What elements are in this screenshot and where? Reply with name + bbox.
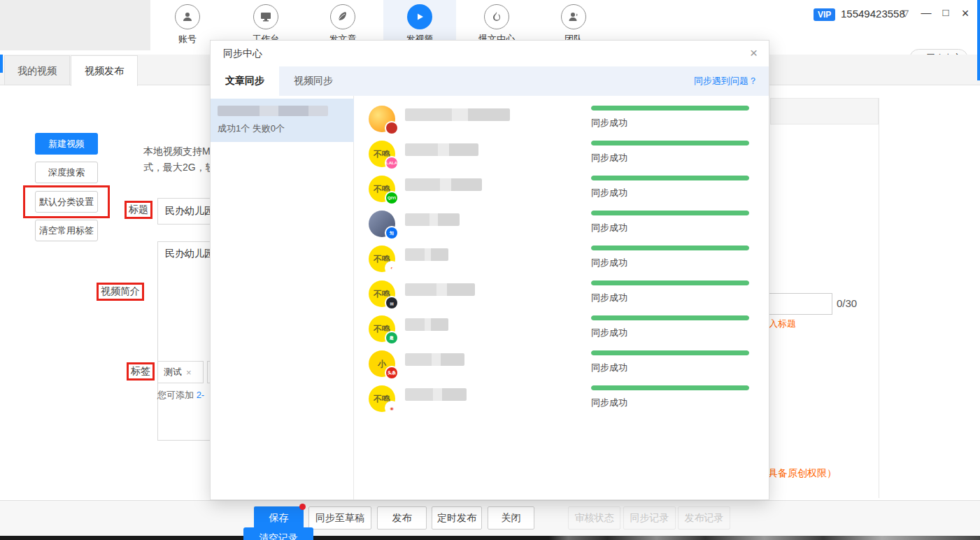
tab-video-publish[interactable]: 视频发布	[71, 55, 138, 86]
account-icon	[175, 4, 200, 29]
avatar-text: 不鸣	[374, 325, 390, 333]
sync-help-link[interactable]: 同步遇到问题？	[694, 66, 758, 96]
redacted-logo-area	[0, 0, 150, 50]
right-panel-divider	[879, 98, 879, 498]
progress-bar	[591, 141, 749, 145]
sync-to-draft-button[interactable]: 同步至草稿	[308, 506, 371, 530]
vip-badge: VIP	[814, 8, 835, 21]
clear-records-button[interactable]: 清空记录	[243, 527, 313, 540]
avatar-text: 不鸣	[374, 150, 390, 158]
tab-my-videos[interactable]: 我的视频	[4, 55, 70, 85]
redacted-account-name	[405, 143, 478, 156]
platform-badge-icon: ◐	[386, 262, 397, 273]
progress-bar	[591, 106, 749, 111]
sync-task-list-panel: 成功1个 失败0个 清空记录	[211, 96, 354, 499]
publish-records-button: 发布记录	[678, 506, 730, 530]
account-phone: 15549423558	[841, 8, 905, 20]
title-field-label: 标题	[125, 201, 152, 219]
close-window-button[interactable]: ×	[958, 6, 973, 21]
sync-progress: 同步成功	[591, 280, 759, 304]
modal-title: 同步中心	[223, 48, 262, 60]
progress-bar	[591, 211, 749, 215]
sync-item-row: 知 同步成功	[355, 211, 769, 246]
progress-bar	[591, 385, 749, 390]
redacted-account-name	[405, 248, 448, 261]
sync-task-item-selected[interactable]: 成功1个 失败0个	[211, 99, 354, 142]
team-icon	[561, 4, 586, 29]
platform-avatar: 小 头条	[369, 350, 395, 377]
platform-badge-icon: QIYI	[386, 192, 397, 204]
sync-progress: 同步成功	[591, 385, 759, 409]
sync-status-text: 同步成功	[591, 362, 759, 374]
redacted-account-name	[405, 353, 464, 366]
sync-center-modal: 同步中心 × 文章同步 视频同步 同步遇到问题？ 成功1个 失败0个 清空记录	[210, 40, 769, 500]
bottom-dark-strip	[0, 536, 980, 540]
modal-close-icon[interactable]: ×	[750, 45, 758, 61]
platform-avatar: 不鸣 LALA	[369, 141, 395, 167]
sync-item-row: 不鸣 趣 同步成功	[355, 315, 769, 350]
default-category-button[interactable]: 默认分类设置	[35, 191, 98, 213]
sync-item-row: 不鸣 ◐ 同步成功	[355, 246, 769, 280]
tags-hint: 您可添加 2-	[157, 389, 204, 402]
char-counter: 0/30	[837, 297, 857, 309]
publish-button[interactable]: 发布	[377, 506, 427, 530]
workbench-icon	[253, 4, 278, 29]
sync-item-row: 小 头条 同步成功	[355, 350, 769, 385]
sync-progress: 同步成功	[591, 350, 759, 374]
close-button[interactable]: 关闭	[488, 506, 534, 530]
avatar-text: 小	[378, 360, 386, 368]
tab-article-sync[interactable]: 文章同步	[211, 66, 279, 96]
platform-badge-icon: 知	[386, 227, 397, 239]
platform-avatar	[369, 106, 395, 132]
sync-progress: 同步成功	[591, 315, 759, 339]
progress-bar	[591, 280, 749, 285]
new-video-button[interactable]: 新建视频	[35, 133, 98, 155]
sync-item-row: 不鸣 LALA 同步成功	[355, 141, 769, 176]
sync-progress: 同步成功	[591, 246, 759, 269]
window-edge-accent-left	[0, 55, 3, 73]
modal-header: 同步中心 ×	[211, 41, 769, 66]
deep-search-button[interactable]: 深度搜索	[35, 162, 98, 183]
tab-video-sync[interactable]: 视频同步	[279, 66, 348, 96]
platform-avatar: 不鸣 ▤	[369, 280, 395, 307]
tag-chip-text: 测试	[164, 366, 182, 378]
minimize-button[interactable]: —	[918, 6, 934, 18]
video-play-icon	[407, 4, 432, 29]
redacted-account-name	[405, 388, 467, 401]
platform-avatar: 知	[369, 211, 395, 237]
unsaved-indicator-dot	[299, 504, 306, 510]
redacted-account-name	[405, 108, 510, 121]
right-panel-header	[770, 98, 879, 125]
video-desc-label: 视频简介	[97, 283, 144, 301]
tag-remove-icon[interactable]: ×	[186, 367, 192, 378]
sync-status-text: 同步成功	[591, 187, 759, 199]
sync-item-row: 不鸣 ◉ 同步成功	[355, 385, 769, 420]
redacted-task-title	[218, 106, 328, 116]
save-button[interactable]: 保存	[254, 506, 304, 530]
platform-avatar: 不鸣 ◉	[369, 385, 395, 412]
sync-progress: 同步成功	[591, 141, 759, 164]
nav-item-account[interactable]: 账号	[158, 4, 217, 45]
clear-common-tags-button[interactable]: 清空常用标签	[35, 220, 98, 241]
platform-sync-list: 同步成功 不鸣 LALA 同步成功	[355, 96, 769, 499]
sync-progress: 同步成功	[591, 211, 759, 234]
sync-progress: 同步成功	[591, 176, 759, 199]
platform-avatar: 不鸣 QIYI	[369, 176, 395, 202]
account-dropdown-icon[interactable]: ▽	[902, 8, 909, 18]
progress-bar	[591, 246, 749, 250]
sync-item-row: 同步成功	[355, 106, 769, 141]
sync-status-text: 同步成功	[591, 117, 759, 129]
maximize-button[interactable]: □	[938, 6, 953, 18]
tag-chip[interactable]: 测试 ×	[157, 361, 204, 383]
redacted-account-name	[405, 178, 482, 191]
article-pen-icon	[330, 4, 355, 29]
modal-tab-bar: 文章同步 视频同步 同步遇到问题？	[211, 66, 769, 96]
avatar-text: 不鸣	[374, 395, 390, 403]
avatar-text: 不鸣	[374, 255, 390, 263]
progress-bar	[591, 315, 749, 320]
avatar-text: 不鸣	[374, 290, 390, 298]
sync-status-text: 同步成功	[591, 397, 759, 409]
schedule-publish-button[interactable]: 定时发布	[432, 506, 482, 530]
title-hint-clipped: 入标题	[769, 318, 796, 330]
tags-hint-count: 2-	[197, 390, 205, 400]
